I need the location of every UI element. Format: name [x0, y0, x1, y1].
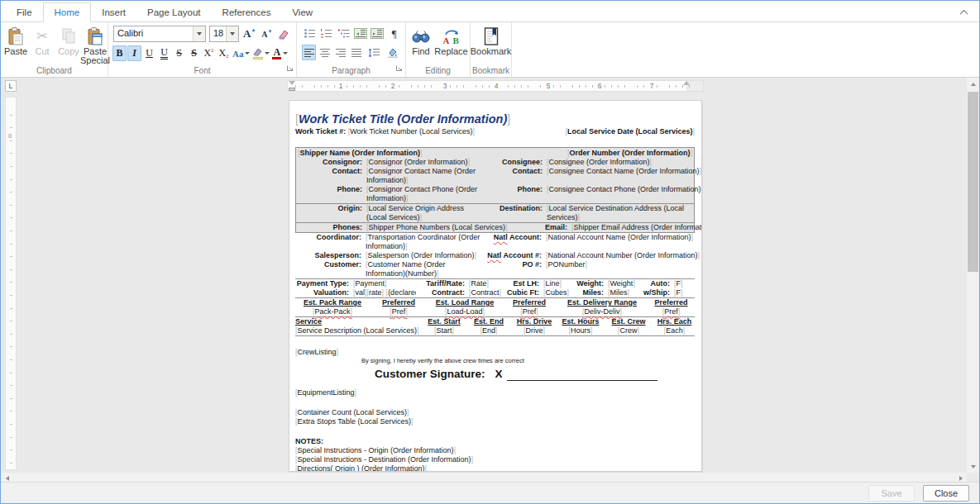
- bold-button[interactable]: B: [112, 45, 127, 61]
- est-hours-field[interactable]: Hours: [568, 326, 592, 335]
- underline-button[interactable]: U: [142, 45, 156, 61]
- find-button[interactable]: Find: [409, 24, 433, 58]
- hrs-drive-field[interactable]: Drive: [523, 326, 545, 335]
- shipper-name-field[interactable]: Shipper Name (Order Information): [298, 148, 423, 158]
- tab-home[interactable]: Home: [43, 2, 92, 22]
- container-count-field[interactable]: Container Count (Local Services): [295, 408, 409, 416]
- strikethrough-button[interactable]: S: [172, 45, 186, 61]
- tab-page-layout[interactable]: Page Layout: [136, 3, 212, 21]
- replace-button[interactable]: AB Replace: [435, 24, 467, 58]
- scroll-down-icon[interactable]: [967, 460, 979, 473]
- salesperson-field[interactable]: Salesperson (Order Information): [366, 251, 476, 259]
- italic-button[interactable]: I: [127, 45, 141, 61]
- tab-file[interactable]: File: [6, 3, 43, 21]
- delivery-range-field[interactable]: Deliv-Deliv: [582, 307, 622, 316]
- font-size-dropdown-icon[interactable]: [226, 26, 238, 41]
- extra-stops-field[interactable]: Extra Stops Table (Local Services): [295, 417, 413, 426]
- collapse-ribbon-icon[interactable]: [958, 7, 969, 18]
- align-right-button[interactable]: [333, 45, 347, 60]
- shipper-phones-field[interactable]: Shipper Phone Numbers (Local Services): [366, 223, 508, 231]
- contract-field[interactable]: Contract: [469, 288, 501, 297]
- equipment-listing-field[interactable]: EquipmentListing: [295, 388, 356, 397]
- line-spacing-button[interactable]: [365, 45, 382, 60]
- font-size-combo[interactable]: 18: [209, 26, 239, 42]
- pack-preferred-field[interactable]: Pref: [390, 307, 408, 316]
- align-center-button[interactable]: [318, 45, 332, 60]
- tab-stop-selector[interactable]: L: [5, 80, 17, 92]
- special-instructions-destination-field[interactable]: Special Instructions - Destination (Orde…: [295, 455, 473, 464]
- justify-button[interactable]: [349, 45, 363, 60]
- customer-name-field[interactable]: Customer Name (Order Information)(Number…: [366, 260, 446, 278]
- est-crew-field[interactable]: Crew: [618, 326, 639, 335]
- hrs-each-field[interactable]: Each: [664, 326, 686, 335]
- shading-button[interactable]: [385, 45, 402, 60]
- miles-field[interactable]: Miles: [608, 288, 629, 297]
- delivery-preferred-field[interactable]: Pref: [662, 307, 681, 316]
- doc-title-field[interactable]: Work Ticket Title (Order Information): [295, 112, 695, 126]
- tab-view[interactable]: View: [281, 3, 323, 21]
- double-strikethrough-button[interactable]: S: [187, 45, 201, 61]
- paste-special-button[interactable]: Paste Special: [83, 24, 108, 67]
- crew-listing-field[interactable]: CrewListing: [295, 348, 338, 356]
- service-description-field[interactable]: Service Description (Local Services): [295, 326, 419, 335]
- double-underline-button[interactable]: U: [157, 45, 171, 61]
- numbered-list-button[interactable]: [319, 26, 335, 41]
- coordinator-field[interactable]: Transportation Coordinator (Order Inform…: [366, 233, 480, 250]
- hanging-indent-marker[interactable]: [289, 88, 295, 91]
- weight-field[interactable]: Weight: [608, 279, 635, 288]
- document-page[interactable]: Work Ticket Title (Order Information) Wo…: [289, 100, 702, 472]
- pack-range-field[interactable]: Pack-Pack: [313, 307, 352, 316]
- tariff-rate-field[interactable]: Rate: [469, 279, 489, 288]
- load-preferred-field[interactable]: Pref: [520, 307, 538, 316]
- bullet-list-button[interactable]: [302, 26, 318, 41]
- decrease-indent-button[interactable]: [353, 26, 369, 41]
- paste-button[interactable]: Paste: [3, 24, 28, 58]
- tab-insert[interactable]: Insert: [91, 3, 136, 21]
- auto-field[interactable]: F: [674, 279, 683, 288]
- consignee-field[interactable]: Consignee (Order Information): [547, 158, 652, 166]
- font-family-combo[interactable]: Calibri: [113, 26, 206, 42]
- consignor-contact-field[interactable]: Consignor Contact Name (Order Informatio…: [366, 167, 476, 184]
- destination-address-field[interactable]: Local Service Destination Address (Local…: [547, 204, 684, 221]
- subscript-button[interactable]: X2: [217, 45, 231, 61]
- clear-formatting-button[interactable]: [277, 26, 291, 42]
- highlight-color-button[interactable]: [251, 45, 270, 61]
- wship-field[interactable]: F: [674, 288, 683, 297]
- align-left-button[interactable]: [302, 45, 316, 60]
- bookmark-button[interactable]: Bookmark: [473, 24, 509, 58]
- multilevel-list-button[interactable]: [336, 26, 351, 41]
- ticket-number-field[interactable]: Work Ticket Number (Local Services): [348, 127, 475, 136]
- consignor-field[interactable]: Consignor (Order Information): [366, 158, 470, 166]
- vertical-scrollbar[interactable]: [967, 78, 979, 473]
- scroll-up-icon[interactable]: [967, 78, 979, 90]
- payment-type-field[interactable]: Payment: [353, 279, 387, 288]
- font-color-button[interactable]: A: [271, 45, 289, 61]
- shrink-font-button[interactable]: A▼: [260, 26, 274, 42]
- natl-account-number-field[interactable]: National Account Number (Order Informati…: [546, 251, 700, 259]
- order-number-field[interactable]: Order Number (Order Information): [567, 148, 692, 158]
- special-instructions-origin-field[interactable]: Special Instructions - Origin (Order Inf…: [295, 446, 456, 454]
- shipper-email-field[interactable]: Shipper Email Address (Order Information…: [571, 223, 702, 231]
- grow-font-button[interactable]: A▲: [242, 26, 256, 42]
- load-range-field[interactable]: Load-Load: [445, 307, 485, 316]
- est-start-field[interactable]: Start: [434, 326, 454, 335]
- change-case-button[interactable]: Aa: [232, 45, 251, 61]
- est-lh-field[interactable]: Line: [543, 279, 562, 288]
- tab-references[interactable]: References: [212, 3, 282, 21]
- consignor-phone-field[interactable]: Consignor Contact Phone (Order Informati…: [366, 185, 477, 202]
- po-number-field[interactable]: PONumber: [546, 260, 587, 269]
- consignee-phone-field[interactable]: Consignee Contact Phone (Order Informati…: [547, 185, 702, 193]
- natl-account-name-field[interactable]: National Account Name (Order Information…: [546, 233, 693, 241]
- est-end-field[interactable]: End: [480, 326, 497, 335]
- consignee-contact-field[interactable]: Consignee Contact Name (Order Informatio…: [547, 167, 701, 175]
- superscript-button[interactable]: X2: [202, 45, 216, 61]
- service-date-field[interactable]: Local Service Date (Local Services): [565, 127, 695, 136]
- close-button[interactable]: Close: [923, 485, 969, 502]
- valuation-field[interactable]: val: [353, 288, 367, 297]
- font-family-dropdown-icon[interactable]: [193, 26, 205, 41]
- directions-origin-field[interactable]: Directions( Origin ) (Order Information): [295, 464, 427, 472]
- vertical-scrollbar-thumb[interactable]: [968, 92, 978, 272]
- cubic-ft-field[interactable]: Cubes: [543, 288, 569, 297]
- origin-address-field[interactable]: Local Service Origin Address (Local Serv…: [366, 204, 464, 221]
- show-formatting-marks-button[interactable]: ¶: [387, 26, 403, 41]
